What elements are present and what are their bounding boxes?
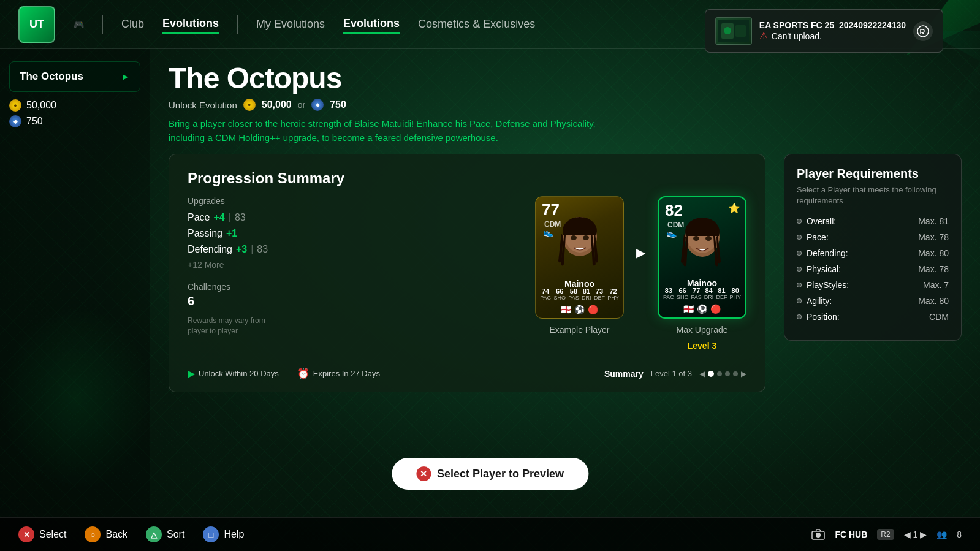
svg-point-11 [693,236,699,241]
action-select[interactable]: ✕ Select [18,526,66,542]
nav-count: ◀ 1 ▶ [904,530,927,539]
players-count: 8 [957,530,962,539]
unlock-cost-coins: 50,000 [262,99,292,110]
upgraded-label: Max Upgrade [676,325,727,335]
nav-evolutions[interactable]: Evolutions [162,15,219,34]
cost-points-value: 750 [26,116,43,127]
req-pace: Pace: Max. 78 [797,232,949,242]
svg-point-4 [917,26,929,37]
action-sort[interactable]: △ Sort [146,526,184,542]
unlock-days: ▶ Unlock Within 20 Days [188,368,279,379]
example-face [552,212,607,279]
cost-points-row: ◆ 750 [9,115,140,127]
req-physical-name: Physical: [797,264,841,274]
fc-hub-label: FC HUB [835,530,867,539]
req-dot-defending [797,251,802,256]
nav-icons: 🎮 [74,20,84,29]
sidebar-item-name: The Octopus [20,70,83,83]
stat-def: 73 DEF [594,287,605,301]
unlock-cost-points: 750 [330,99,346,110]
req-dot-overall [797,219,802,224]
sidebar-evolution-item[interactable]: The Octopus ► [9,61,140,92]
level-dot-4 [733,371,738,376]
clock-icon: ⏰ [297,368,310,379]
upgrade-defending-max: 83 [257,244,268,255]
upgrade-sep-2: | [251,244,253,255]
controller-icon: 🎮 [74,20,84,29]
upgrade-pace-max: 83 [235,212,246,223]
notif-error: ⚠ Can't upload. [759,30,906,42]
select-player-button[interactable]: ✕ Select Player to Preview [392,458,588,490]
bottom-bar: ✕ Select ○ Back △ Sort □ Help FC HUB R2 … [0,517,980,551]
logo-button[interactable]: UT [18,6,55,43]
unlock-label: Unlock Evolution [169,100,237,110]
level-arrow-right[interactable]: ▶ [741,370,746,378]
evolution-description: Bring a player closer to the heroic stre… [169,117,598,145]
req-pace-name: Pace: [797,232,829,242]
upgraded-player-wrapper: ⭐ 82 CDM 👟 [658,196,746,351]
upgrade-defending-name: Defending [188,244,232,255]
upg-england-flag: 🏴󠁧󠁢󠁥󠁮󠁧󠁿 [683,304,694,314]
stat-phy: 72 PHY [607,287,619,301]
req-defending: Defending: Max. 80 [797,248,949,258]
req-defending-name: Defending: [797,248,848,258]
summary-section: Summary Level 1 of 3 ◀ ▶ [604,369,746,379]
england-flag: 🏴󠁧󠁢󠁥󠁮󠁧󠁿 [561,305,571,314]
evolution-title: The Octopus [169,61,962,95]
nav-evolutions-tab[interactable]: Evolutions [343,15,400,34]
upg-stat-dri: 84 DRI [704,287,714,300]
action-help[interactable]: □ Help [203,526,244,542]
upg-stat-pac: 83 PAC [663,287,674,300]
notification-box: EA SPORTS FC 25_20240922224130 ⚠ Can't u… [705,9,943,53]
challenges-label: Challenges [188,282,517,292]
notif-thumbnail [715,17,752,45]
req-dot-physical [797,267,802,272]
r2-badge: R2 [877,529,894,540]
action-select-label: Select [39,529,66,540]
svg-point-7 [571,235,577,240]
level-arrow-left[interactable]: ◀ [699,370,705,378]
upgrade-row-pace: Pace +4 | 83 [188,212,517,223]
svg-rect-2 [735,25,746,37]
select-player-label: Select Player to Preview [437,468,564,481]
upgrade-passing-bonus: +1 [226,228,237,239]
level-dot-3 [725,371,730,376]
unlock-days-text: Unlock Within 20 Days [199,369,279,378]
unlock-icon: ▶ [188,368,195,379]
nav-club[interactable]: Club [121,15,144,33]
upgraded-face [675,213,730,280]
action-back[interactable]: ○ Back [85,526,127,542]
sidebar: The Octopus ► ● 50,000 ◆ 750 [0,49,150,551]
nav-cosmetics[interactable]: Cosmetics & Exclusives [418,15,535,33]
upg-stat-def: 81 DEF [716,287,727,300]
sidebar-costs: ● 50,000 ◆ 750 [9,99,140,127]
stat-sho: 66 SHO [553,287,566,301]
expires-days: ⏰ Expires In 27 Days [297,368,380,379]
req-pace-value: Max. 78 [918,232,949,242]
example-flags: 🏴󠁧󠁢󠁥󠁮󠁧󠁿 ⚽ 🔴 [536,305,623,314]
upg-stat-pas: 77 PAS [691,287,701,300]
error-icon: ⚠ [759,30,768,42]
bottom-right: FC HUB R2 ◀ 1 ▶ 👥 8 [811,529,962,540]
lower-section: Progression Summary Upgrades Pace +4 | 8… [169,154,962,392]
btn-square: □ [203,526,219,542]
stat-pac: 74 PAC [540,287,551,301]
camera-icon [811,529,825,540]
action-sort-label: Sort [167,529,184,540]
upgrade-passing-name: Passing [188,228,222,239]
action-help-label: Help [224,529,244,540]
req-position-value: CDM [929,312,949,322]
btn-triangle: △ [146,526,162,542]
club-icon: 🔴 [588,305,598,314]
camera-wrapper [811,529,825,540]
req-subtitle: Select a Player that meets the following… [797,184,949,207]
level-navigation: ◀ ▶ [699,370,746,378]
or-text: or [298,100,305,110]
nav-my-evolutions[interactable]: My Evolutions [256,15,325,33]
example-stats: 74 PAC 66 SHO 58 [536,287,623,301]
nav-divider-2 [237,15,238,34]
req-physical: Physical: Max. 78 [797,264,949,274]
req-position: Position: CDM [797,312,949,322]
req-playstyles-value: Max. 7 [923,280,949,290]
upgraded-player-card: ⭐ 82 CDM 👟 [658,196,746,319]
